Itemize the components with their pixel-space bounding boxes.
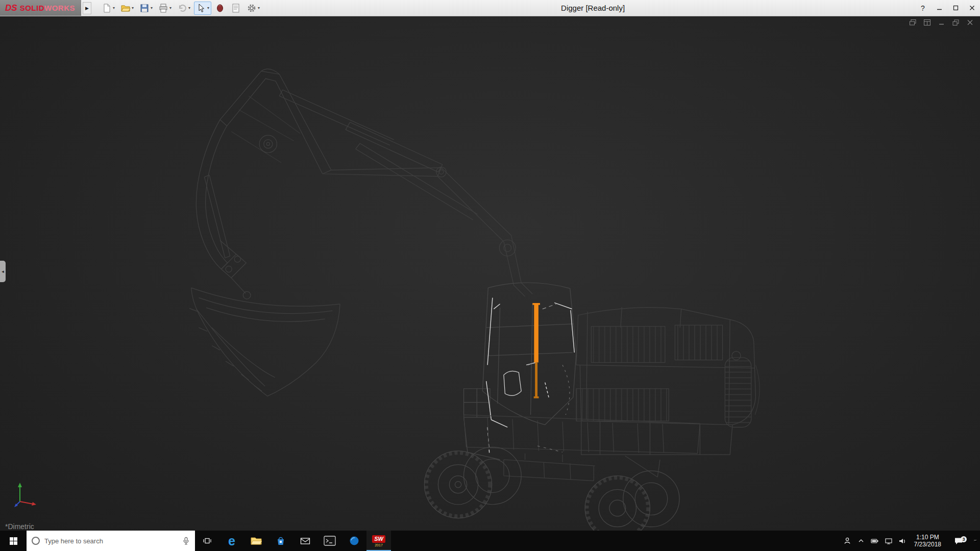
chevron-down-icon[interactable]: ▾ <box>169 6 172 10</box>
chevron-down-icon[interactable]: ▾ <box>207 6 209 10</box>
command-prompt-button[interactable] <box>317 531 342 551</box>
store-icon <box>276 536 286 546</box>
minimize-icon <box>937 5 942 11</box>
new-document-button[interactable]: ▾ <box>100 2 117 15</box>
edge-button[interactable]: e <box>219 531 244 551</box>
orientation-triad <box>11 479 41 510</box>
ds-logo-icon: DS <box>5 3 17 13</box>
options-gear-icon <box>247 3 257 13</box>
window-tile-button[interactable] <box>923 19 931 26</box>
cortana-icon <box>32 537 40 545</box>
show-desktop-button[interactable] <box>974 540 977 542</box>
battery-button[interactable] <box>871 537 879 545</box>
edit-appearance-button[interactable] <box>213 2 227 15</box>
undo-icon <box>177 3 187 13</box>
titlebar: DS SOLID WORKS ▶ ▾ ▾ <box>0 0 980 16</box>
file-properties-icon <box>231 3 241 13</box>
cab-wireframe <box>464 283 576 460</box>
child-restore-icon <box>952 19 960 26</box>
wheels-wireframe <box>424 447 679 531</box>
store-button[interactable] <box>268 531 293 551</box>
left-tab-arrow-icon: ◂ <box>2 269 4 274</box>
clock-date: 7/23/2018 <box>914 541 941 548</box>
selected-part-highlight[interactable] <box>532 304 540 397</box>
action-center-button[interactable]: 3 <box>949 537 968 545</box>
solidworks-window: DS SOLID WORKS ▶ ▾ ▾ <box>0 0 980 551</box>
tile-windows-icon <box>923 19 931 26</box>
task-view-icon <box>203 537 212 545</box>
clock-time: 1:10 PM <box>914 534 941 541</box>
panel-collapse-tab[interactable]: ◂ <box>0 261 6 282</box>
standard-toolbar: ▾ ▾ ▾ <box>100 2 262 15</box>
open-button[interactable]: ▾ <box>118 2 136 15</box>
window-controls: ? <box>915 0 980 16</box>
solidworks-2017-button[interactable]: SW 2017 <box>366 531 391 551</box>
child-minimize-button[interactable] <box>938 19 945 26</box>
menu-flyout-button[interactable]: ▶ <box>83 2 91 14</box>
undo-button[interactable]: ▾ <box>175 2 192 15</box>
microphone-icon[interactable] <box>182 537 190 545</box>
print-button[interactable]: ▾ <box>156 2 174 15</box>
xyz-axes-icon <box>11 479 41 508</box>
notification-badge: 3 <box>961 536 967 542</box>
task-view-button[interactable] <box>195 531 219 551</box>
save-button[interactable]: ▾ <box>137 2 155 15</box>
volume-button[interactable] <box>898 537 906 545</box>
people-button[interactable] <box>843 537 851 545</box>
hidden-icons-button[interactable] <box>857 537 865 544</box>
minimize-button[interactable] <box>931 0 947 16</box>
child-close-button[interactable] <box>966 19 974 26</box>
flyout-arrow-icon: ▶ <box>85 6 89 11</box>
solidworks-logo: DS SOLID WORKS <box>0 0 81 16</box>
window-cascade-button[interactable] <box>909 19 917 26</box>
brand-works-text: WORKS <box>44 4 75 12</box>
chevron-down-icon[interactable]: ▾ <box>132 6 134 10</box>
taskbar-clock[interactable]: 1:10 PM 7/23/2018 <box>912 534 943 548</box>
network-button[interactable] <box>885 537 893 545</box>
child-restore-button[interactable] <box>952 19 960 26</box>
system-tray: 1:10 PM 7/23/2018 3 <box>840 531 980 551</box>
search-input[interactable] <box>44 537 178 545</box>
view-orientation-label: *Dimetric <box>5 522 34 531</box>
chevron-down-icon[interactable]: ▾ <box>113 6 115 10</box>
cascade-windows-icon <box>909 19 917 26</box>
new-document-icon <box>102 3 112 13</box>
save-icon <box>139 3 150 13</box>
chevron-down-icon[interactable]: ▾ <box>258 6 260 10</box>
file-explorer-icon <box>251 536 262 545</box>
close-button[interactable] <box>964 0 980 16</box>
taskbar-search-box[interactable] <box>27 531 195 551</box>
edrawings-button[interactable] <box>342 531 366 551</box>
network-icon <box>885 537 893 545</box>
solidworks-app-icon: SW 2017 <box>372 535 385 547</box>
maximize-button[interactable] <box>947 0 964 16</box>
boom-and-bucket-wireframe <box>189 69 532 396</box>
chevron-down-icon[interactable]: ▾ <box>151 6 153 10</box>
close-icon <box>969 5 975 11</box>
open-folder-icon <box>120 3 131 13</box>
appearance-ball-icon <box>215 3 225 13</box>
mail-button[interactable] <box>293 531 317 551</box>
select-button[interactable]: ▾ <box>194 2 211 15</box>
child-close-icon <box>966 19 974 26</box>
graphics-viewport[interactable]: ◂ *Dimetric <box>0 16 980 531</box>
edge-icon: e <box>228 535 235 547</box>
edrawings-icon <box>349 536 359 546</box>
document-window-controls <box>909 19 974 26</box>
windows-logo-icon <box>9 537 18 545</box>
command-prompt-icon <box>324 536 336 546</box>
maximize-icon <box>953 5 959 11</box>
help-button[interactable]: ? <box>915 0 931 16</box>
chevron-down-icon[interactable]: ▾ <box>188 6 190 10</box>
file-explorer-button[interactable] <box>244 531 268 551</box>
file-properties-button[interactable] <box>229 2 243 15</box>
sw-year-text: 2017 <box>375 543 383 547</box>
mail-icon <box>300 537 310 545</box>
child-minimize-icon <box>938 19 945 26</box>
chevron-up-icon <box>857 537 865 544</box>
digger-wireframe-model[interactable] <box>0 16 980 531</box>
battery-icon <box>871 537 879 545</box>
brand-solid-text: SOLID <box>20 4 44 12</box>
start-button[interactable] <box>0 531 27 551</box>
options-button[interactable]: ▾ <box>244 2 262 15</box>
